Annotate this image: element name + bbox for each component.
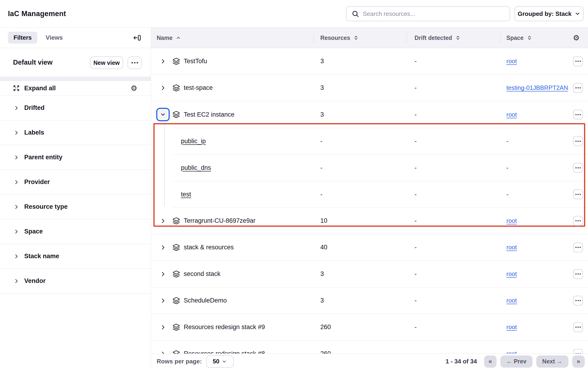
iac-management-page: IaC Management Grouped by: Stack Filters… — [0, 0, 588, 369]
filter-drifted[interactable]: Drifted — [0, 96, 151, 120]
filter-stack-name[interactable]: Stack name — [0, 244, 151, 269]
row-menu-button[interactable] — [573, 296, 583, 306]
stacks-table: Name Resources Drift detected Space ⚙ — [151, 28, 588, 369]
rows-per-page-label: Rows per page: — [157, 358, 202, 365]
sort-asc-icon — [176, 35, 181, 40]
space-link[interactable]: root — [506, 324, 517, 330]
resources-count: - — [313, 138, 407, 145]
grouped-by-dropdown[interactable]: Grouped by: Stack — [515, 6, 584, 21]
stack-icon — [172, 297, 180, 304]
filter-parent-entity[interactable]: Parent entity — [0, 145, 151, 170]
collapse-sidebar-button[interactable] — [133, 34, 141, 42]
row-menu-button[interactable] — [573, 110, 583, 119]
last-page-button[interactable]: » — [572, 356, 585, 368]
resource-link[interactable]: public_ip — [181, 138, 206, 145]
chevron-right-icon — [13, 204, 19, 210]
expand-all-icon — [13, 85, 20, 92]
next-page-button[interactable]: Next → — [536, 356, 568, 368]
expand-row-button[interactable] — [160, 271, 166, 277]
filter-provider[interactable]: Provider — [0, 170, 151, 195]
search-icon — [352, 10, 359, 18]
table-settings-icon[interactable]: ⚙ — [573, 34, 580, 41]
view-row: Default view New view — [0, 48, 151, 77]
space-link[interactable]: root — [506, 111, 517, 118]
row-menu-button[interactable] — [573, 189, 583, 199]
row-menu-button[interactable] — [573, 269, 583, 279]
column-header-space[interactable]: Space — [506, 28, 532, 48]
row-menu-button[interactable] — [573, 56, 583, 66]
space-link[interactable]: root — [506, 297, 517, 304]
table-row: Resources redesign stack #9 260 - root — [151, 314, 588, 340]
chevron-down-icon — [575, 11, 580, 17]
filter-labels[interactable]: Labels — [0, 120, 151, 145]
space-link[interactable]: root — [506, 58, 517, 65]
stack-name: second stack — [184, 270, 220, 277]
filter-label: Vendor — [24, 277, 46, 285]
first-page-button[interactable]: « — [484, 356, 497, 368]
resource-link[interactable]: test — [181, 191, 191, 198]
stack-name: TestTofu — [184, 58, 207, 65]
expand-row-button[interactable] — [160, 324, 166, 330]
drift-value: - — [407, 191, 501, 198]
search-box[interactable] — [346, 6, 510, 21]
filter-vendor[interactable]: Vendor — [0, 269, 151, 293]
resources-count: 10 — [313, 217, 407, 224]
new-view-button[interactable]: New view — [90, 56, 123, 69]
expand-row-button[interactable] — [160, 298, 166, 304]
stack-name: Test EC2 instance — [184, 111, 235, 118]
sidebar-settings-icon[interactable]: ⚙ — [130, 84, 137, 92]
row-menu-button[interactable] — [573, 163, 583, 173]
filter-resource-type[interactable]: Resource type — [0, 195, 151, 219]
expand-row-button[interactable] — [160, 85, 166, 91]
row-menu-button[interactable] — [573, 322, 583, 332]
sidebar-tabs: Filters Views — [0, 28, 151, 48]
stack-icon — [172, 270, 180, 278]
expand-row-button[interactable] — [160, 58, 166, 64]
current-view-name: Default view — [13, 59, 52, 66]
column-header-name[interactable]: Name — [157, 28, 181, 48]
view-menu-button[interactable] — [128, 56, 142, 69]
tree-indent-line — [164, 123, 165, 206]
table-row: second stack 3 - root — [151, 261, 588, 287]
rows-per-page-select[interactable]: 50 — [206, 355, 234, 368]
expand-all-row[interactable]: Expand all ⚙ — [0, 81, 151, 96]
column-divider — [313, 33, 314, 43]
pagination-range: 1 - 34 of 34 — [446, 358, 477, 365]
filters-sidebar: Filters Views Default view New view Expa… — [0, 28, 151, 369]
drift-value: - — [407, 244, 501, 251]
collapse-row-button[interactable] — [156, 108, 170, 121]
column-header-resources[interactable]: Resources — [320, 28, 359, 48]
expand-row-button[interactable] — [160, 218, 166, 224]
table-row: ScheduleDemo 3 - root — [151, 287, 588, 314]
table-row-child: public_dns - - - — [151, 154, 588, 181]
space-link[interactable]: root — [506, 244, 517, 251]
stack-name: Terragrunt-CU-8697ze9ar — [184, 217, 256, 224]
filter-label: Resource type — [24, 203, 68, 210]
drift-value: - — [407, 84, 501, 92]
space-link[interactable]: root — [506, 270, 517, 277]
row-menu-button[interactable] — [573, 216, 583, 226]
column-header-drift-detected[interactable]: Drift detected — [415, 28, 460, 48]
search-input[interactable] — [363, 10, 505, 18]
drift-value: - — [407, 217, 501, 224]
prev-page-button[interactable]: ← Prev — [500, 356, 532, 368]
grouped-by-label: Grouped by: Stack — [518, 10, 571, 18]
resource-link[interactable]: public_dns — [181, 164, 211, 171]
row-menu-button[interactable] — [573, 83, 583, 93]
collapse-sidebar-icon — [133, 34, 141, 42]
tab-views[interactable]: Views — [46, 34, 63, 41]
space-link[interactable]: root — [506, 217, 517, 224]
drift-value: - — [407, 58, 501, 65]
space-link[interactable]: testing-01JBBRPT2AN — [506, 84, 568, 91]
chevron-right-icon — [13, 105, 19, 111]
filter-label: Parent entity — [24, 154, 62, 161]
row-menu-button[interactable] — [573, 136, 583, 146]
filter-space[interactable]: Space — [0, 219, 151, 244]
filter-label: Provider — [24, 178, 50, 186]
table-row-expanded: Test EC2 instance 3 - root — [151, 101, 588, 128]
filter-label: Space — [24, 228, 43, 235]
drift-value: - — [407, 297, 501, 304]
expand-row-button[interactable] — [160, 245, 166, 250]
row-menu-button[interactable] — [573, 243, 583, 252]
tab-filters[interactable]: Filters — [8, 32, 37, 44]
